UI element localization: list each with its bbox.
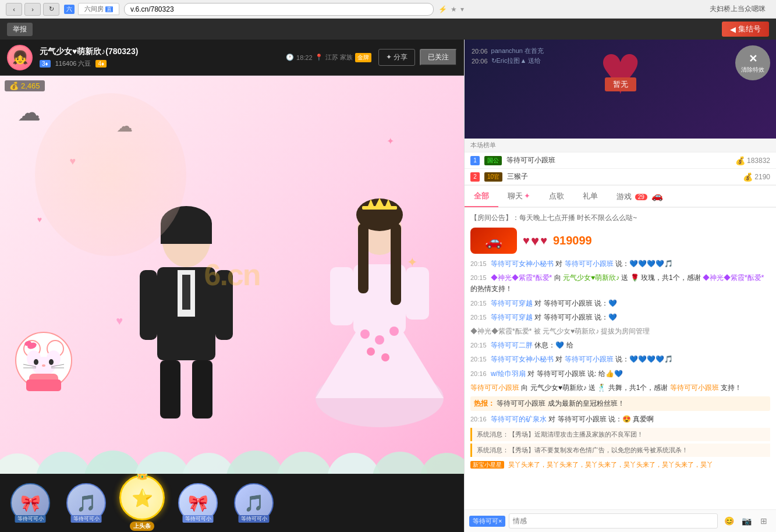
sys-msg-1: 系统消息：【秀场】近期清理攻击主播及家族的不良军团！ [470, 428, 770, 441]
svg-point-8 [34, 359, 38, 365]
collect-icon: ◀ [730, 25, 736, 34]
bottom-decoration [0, 433, 464, 474]
person-photo-bg [35, 93, 186, 256]
newstar-icon: 新宝小星星 [470, 461, 504, 469]
svg-rect-25 [160, 360, 180, 418]
leaderboard-header: 本场榜单 [465, 139, 776, 152]
svg-point-52 [327, 453, 381, 474]
stream-location: 江苏 家族 [325, 53, 353, 62]
zan-wu-label: 暂无 [605, 77, 636, 91]
grid-button[interactable]: ⊞ [756, 513, 771, 529]
svg-marker-35 [368, 199, 374, 206]
diamond-badge: 3♦ [40, 60, 51, 68]
tab-game[interactable]: 游戏 29 🚗 [607, 186, 672, 208]
streamer-name: 元气少女♥萌新欣♪(780323) [40, 47, 156, 57]
input-user-tag: 等待可可× [469, 516, 505, 527]
gift-hearts: ♥ ♥ ♥ [523, 233, 547, 249]
notification-2: 20:06 ↻Eric拉图▲ 送给 [472, 56, 769, 65]
svg-marker-28 [316, 293, 444, 398]
svg-rect-21 [178, 270, 195, 317]
browser-icons: ⚡ ★ ▾ [438, 5, 464, 13]
leaderboard-row-2: 2 10官 三猴子 💰 2190 [465, 169, 776, 185]
tab-song[interactable]: 点歌 [540, 186, 573, 207]
viewer-bar: 🎀 等待可可小 🎵 等待可可小 👑 ⭐ [0, 474, 464, 532]
chat-input-area: 等待可可× 😊 📷 ⊞ [465, 509, 776, 532]
svg-rect-22 [182, 275, 190, 310]
chevron-icon[interactable]: ▾ [460, 5, 464, 13]
chat-input-field[interactable] [509, 513, 718, 529]
viewer-item-1[interactable]: 🎀 等待可可小 [7, 483, 54, 523]
x-icon: ✕ [749, 52, 757, 65]
tab-gifts[interactable]: 礼单 [573, 186, 607, 207]
six-beans: 116406 六豆 [55, 59, 91, 68]
svg-point-30 [357, 204, 402, 255]
clear-effects-label: 清除特效 [741, 66, 764, 73]
cloud-decor-2: ☁ [116, 116, 133, 136]
svg-marker-36 [375, 198, 384, 206]
collect-button[interactable]: ◀ 集结号 [722, 22, 769, 37]
viewer-item-special[interactable]: 👑 ⭐ 上头条 [119, 475, 165, 531]
chat-msg-9-gift: 等待可可小跟班 向 元气少女♥萌新欣♪ 送 🕺 共舞，共1个，感谢 等待可可小跟… [470, 382, 770, 393]
rank-badge-1: 国公 [484, 156, 502, 165]
gold-badge: 4♦ [95, 60, 107, 68]
left-panel: 👧 元气少女♥萌新欣♪(780323) 3♦ 116406 六豆 4♦ 🕐 18… [0, 40, 464, 532]
star-icon[interactable]: ★ [451, 5, 457, 13]
cloud-decor-1: ☁ [17, 99, 41, 126]
rank-coins-1: 💰 183832 [735, 156, 770, 165]
url-bar[interactable] [124, 3, 434, 16]
tab-chat[interactable]: 聊天✦ [498, 186, 540, 207]
stream-header: 👧 元气少女♥萌新欣♪(780323) 3♦ 116406 六豆 4♦ 🕐 18… [0, 40, 464, 76]
refresh-btn[interactable]: ↻ [43, 3, 59, 16]
chat-msg-10-hotreport: 热报： 等待可可小跟班 成为最新的皇冠粉丝班！ [470, 396, 770, 411]
chat-tabs: 全部 聊天✦ 点歌 礼单 游戏 29 🚗 [465, 186, 776, 208]
location-info: 🕐 18:22 📍 江苏 家族 金牌 [286, 53, 371, 62]
svg-point-49 [182, 453, 236, 474]
svg-rect-33 [391, 224, 401, 305]
streamer-avatar: 👧 [7, 45, 33, 70]
tab-all[interactable]: 全部 [465, 186, 498, 207]
browser-controls: ‹ › ↻ [6, 3, 59, 16]
viewer-item-2[interactable]: 🎵 等待可可小 [63, 483, 109, 523]
time-icon: 🕐 [286, 54, 294, 61]
stream-time: 18:22 [296, 54, 313, 61]
location-icon: 📍 [315, 54, 323, 61]
coin-icon-1: 💰 [735, 156, 745, 165]
report-button[interactable]: 举报 [7, 23, 33, 36]
forward-btn[interactable]: › [24, 3, 41, 16]
rank-num-1: 1 [470, 156, 480, 165]
page-title-tab: 夫妇桥上当众嗯咪 [469, 4, 770, 14]
share-button[interactable]: ✦ 分享 [378, 49, 415, 66]
back-btn[interactable]: ‹ [6, 3, 22, 16]
follow-button[interactable]: 已关注 [420, 49, 457, 66]
chat-msg-4: 20:15 等待可可穿越 对 等待可可小跟班 说：💙 [470, 312, 770, 323]
header-actions: ✦ 分享 已关注 [378, 49, 457, 66]
right-panel: ♥ 20:06 pananchun 在首充 20:06 ↻Eric拉图▲ 送给 … [464, 40, 776, 532]
svg-rect-16 [26, 380, 61, 391]
image-button[interactable]: 📷 [739, 513, 754, 529]
emoji-button[interactable]: 😊 [721, 513, 736, 529]
chat-messages[interactable]: 【房间公告】：每天晚上七点开播 时长不限么么么哒~ 🚗 ♥ ♥ ♥ 919099… [465, 208, 776, 509]
rank-coins-2: 💰 2190 [743, 172, 770, 182]
viewer-item-4[interactable]: 🎵 等待可可小 [231, 483, 277, 523]
streamer-info: 元气少女♥萌新欣♪(780323) 3♦ 116406 六豆 4♦ [40, 47, 156, 68]
lightning-icon: ⚡ [438, 5, 447, 13]
svg-point-27 [316, 369, 444, 427]
svg-point-44 [381, 353, 389, 361]
svg-point-10 [42, 364, 45, 367]
chat-msg-3: 20:15 等待可可穿越 对 等待可可小跟班 说：💙 [470, 298, 770, 309]
clear-effects-button[interactable]: ✕ 清除特效 [735, 45, 770, 80]
svg-rect-32 [358, 224, 368, 293]
viewer-item-3[interactable]: 🎀 等待可可小 [175, 483, 221, 523]
svg-point-53 [373, 452, 428, 474]
site-icon: 六 [64, 5, 75, 14]
special-label: 上头条 [130, 522, 154, 531]
input-icons: 😊 📷 ⊞ [721, 513, 771, 529]
crown-icon: 👑 [136, 474, 148, 481]
chat-msg-2: 20:15 ◆神光◆紫霞*酝爱* 向 元气少女♥萌新欣♪ 送 🌹 玫瑰，共1个，… [470, 272, 770, 295]
rank-badge-2: 10官 [484, 172, 502, 182]
rank-user-2: 三猴子 [507, 172, 738, 182]
browser-bar: ‹ › ↻ 六 六间房 直 ⚡ ★ ▾ 夫妇桥上当众嗯咪 [0, 0, 776, 19]
game-car-icon: 🚗 [651, 191, 663, 201]
page-tab[interactable]: 六间房 直 [78, 3, 119, 15]
leaderboard: 本场榜单 1 国公 等待可可小跟班 💰 183832 2 10官 三猴子 💰 2… [465, 139, 776, 186]
